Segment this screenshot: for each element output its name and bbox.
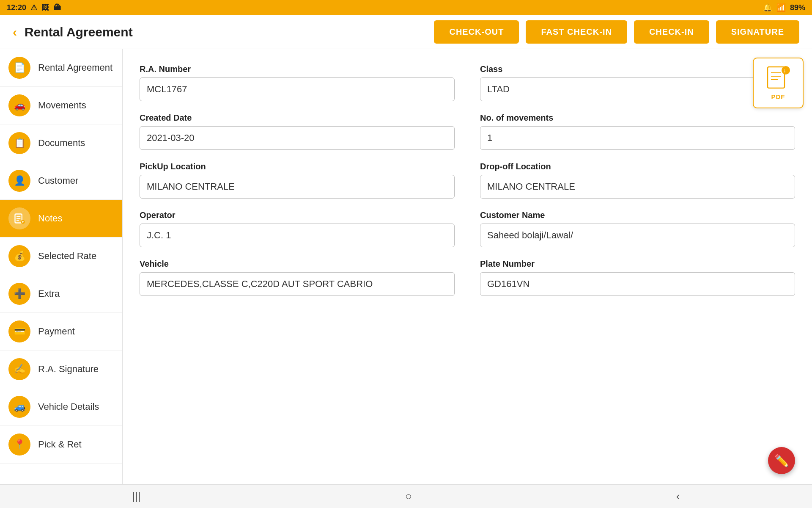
rental-agreement-icon: 📄: [8, 57, 30, 79]
sidebar-item-pick-ret[interactable]: 📍 Pick & Ret: [0, 426, 122, 464]
top-bar: ‹ Rental Agreement CHECK-OUT FAST CHECK-…: [0, 15, 812, 49]
payment-icon: 💳: [8, 320, 30, 342]
sidebar-item-notes[interactable]: Notes: [0, 200, 122, 237]
signal-icon: 📶: [776, 3, 786, 12]
sidebar-item-ra-signature[interactable]: ✍️ R.A. Signature: [0, 351, 122, 388]
fast-checkin-button[interactable]: FAST CHECK-IN: [526, 20, 627, 44]
sidebar-item-rental-agreement[interactable]: 📄 Rental Agreement: [0, 49, 122, 87]
content-area: ↓ PDF R.A. Number Class Created Date: [123, 49, 812, 484]
sidebar-label-notes: Notes: [38, 213, 62, 224]
sidebar-item-documents[interactable]: 📋 Documents: [0, 124, 122, 162]
photo-icon: 🖼: [41, 3, 49, 12]
pickup-input[interactable]: [140, 175, 455, 199]
mute-icon: 🔔: [763, 3, 772, 12]
movements-input[interactable]: [480, 126, 795, 150]
page-title: Rental Agreement: [25, 25, 133, 39]
vehicle-label: Vehicle: [140, 259, 455, 269]
ra-signature-icon: ✍️: [8, 358, 30, 380]
selected-rate-icon: 💰: [8, 245, 30, 267]
operator-group: Operator: [140, 210, 455, 247]
sidebar-label-documents: Documents: [38, 138, 85, 149]
pdf-label: PDF: [771, 93, 785, 100]
sidebar-label-payment: Payment: [38, 326, 75, 337]
documents-icon: 📋: [8, 132, 30, 154]
sidebar-label-ra-signature: R.A. Signature: [38, 364, 99, 375]
customer-name-input[interactable]: [480, 224, 795, 247]
bottom-navigation: ||| ○ ‹: [0, 484, 812, 508]
checkin-button[interactable]: CHECK-IN: [634, 20, 709, 44]
status-time: 12:20: [7, 3, 26, 12]
pickup-group: PickUp Location: [140, 162, 455, 199]
sidebar-label-movements: Movements: [38, 100, 86, 111]
notes-icon: [8, 207, 30, 229]
created-date-group: Created Date: [140, 113, 455, 150]
created-date-label: Created Date: [140, 113, 455, 123]
pickup-label: PickUp Location: [140, 162, 455, 171]
edit-fab-button[interactable]: ✏️: [768, 447, 795, 474]
sidebar-label-pick-ret: Pick & Ret: [38, 439, 82, 450]
warning-icon: ⚠: [30, 3, 37, 12]
sidebar-item-extra[interactable]: ➕ Extra: [0, 275, 122, 313]
edit-fab-icon: ✏️: [774, 454, 789, 468]
checkout-button[interactable]: CHECK-OUT: [434, 20, 519, 44]
class-label: Class: [480, 64, 795, 74]
extra-icon: ➕: [8, 283, 30, 305]
created-date-input[interactable]: [140, 126, 455, 150]
sidebar-item-selected-rate[interactable]: 💰 Selected Rate: [0, 237, 122, 275]
signature-button[interactable]: SIGNATURE: [716, 20, 799, 44]
pdf-button[interactable]: ↓ PDF: [753, 58, 804, 108]
dropoff-input[interactable]: [480, 175, 795, 199]
ra-number-input[interactable]: [140, 77, 455, 101]
sidebar-label-vehicle-details: Vehicle Details: [38, 401, 99, 412]
sidebar-item-vehicle-details[interactable]: 🚙 Vehicle Details: [0, 388, 122, 426]
sidebar-item-customer[interactable]: 👤 Customer: [0, 162, 122, 200]
main-layout: 📄 Rental Agreement 🚗 Movements 📋 Documen…: [0, 49, 812, 484]
sidebar-label-selected-rate: Selected Rate: [38, 251, 96, 262]
sidebar-item-payment[interactable]: 💳 Payment: [0, 313, 122, 351]
movements-label: No. of movements: [480, 113, 795, 123]
sidebar-item-movements[interactable]: 🚗 Movements: [0, 87, 122, 124]
battery-label: 89%: [790, 3, 805, 12]
sidebar: 📄 Rental Agreement 🚗 Movements 📋 Documen…: [0, 49, 123, 484]
pick-ret-icon: 📍: [8, 433, 30, 456]
vehicle-group: Vehicle: [140, 259, 455, 296]
movements-icon: 🚗: [8, 94, 30, 116]
class-input[interactable]: [480, 77, 795, 101]
back-button[interactable]: ‹: [13, 25, 17, 39]
ra-number-group: R.A. Number: [140, 64, 455, 101]
operator-label: Operator: [140, 210, 455, 220]
status-bar: 12:20 ⚠ 🖼 🏔 🔔 📶 89%: [0, 0, 812, 15]
sidebar-label-extra: Extra: [38, 288, 60, 299]
class-group: Class: [480, 64, 795, 101]
sidebar-label-rental-agreement: Rental Agreement: [38, 62, 112, 73]
plate-input[interactable]: [480, 272, 795, 296]
customer-name-label: Customer Name: [480, 210, 795, 220]
movements-group: No. of movements: [480, 113, 795, 150]
customer-icon: 👤: [8, 170, 30, 192]
form-grid: R.A. Number Class Created Date No. of mo…: [140, 64, 795, 308]
dropoff-label: Drop-off Location: [480, 162, 795, 171]
sidebar-label-customer: Customer: [38, 175, 78, 186]
plate-group: Plate Number: [480, 259, 795, 296]
plate-label: Plate Number: [480, 259, 795, 269]
vehicle-input[interactable]: [140, 272, 455, 296]
vehicle-details-icon: 🚙: [8, 396, 30, 418]
ra-number-label: R.A. Number: [140, 64, 455, 74]
image-icon: 🏔: [53, 3, 61, 12]
nav-home-button[interactable]: ○: [388, 486, 429, 506]
top-action-buttons: CHECK-OUT FAST CHECK-IN CHECK-IN SIGNATU…: [434, 20, 799, 44]
nav-back-button[interactable]: ‹: [659, 486, 697, 506]
nav-menu-button[interactable]: |||: [115, 486, 158, 506]
customer-name-group: Customer Name: [480, 210, 795, 247]
dropoff-group: Drop-off Location: [480, 162, 795, 199]
svg-text:↓: ↓: [783, 67, 786, 74]
operator-input[interactable]: [140, 224, 455, 247]
